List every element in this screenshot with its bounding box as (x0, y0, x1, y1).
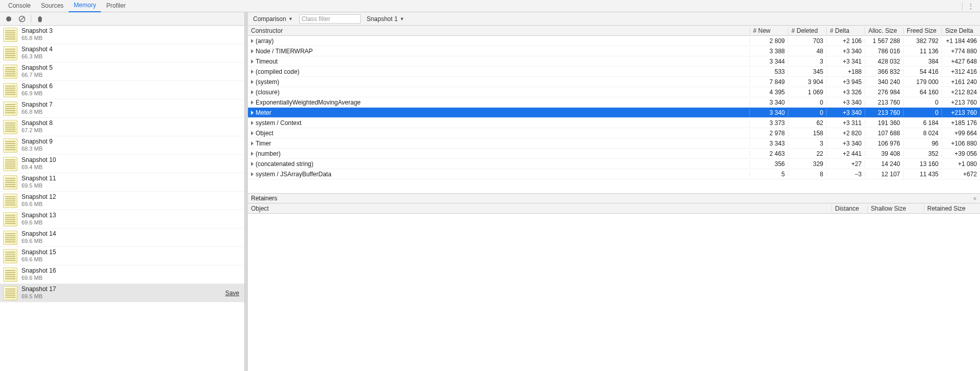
expand-icon[interactable] (251, 152, 254, 156)
snapshot-size: 69.6 MB (22, 201, 56, 208)
svg-line-2 (20, 17, 24, 20)
cell-deleted: 8 (788, 171, 826, 178)
snapshot-name: Snapshot 12 (22, 194, 56, 201)
table-row[interactable]: (number)2 46322+2 44139 408352+39 056 (248, 149, 980, 159)
table-row[interactable]: (compiled code)533345+188366 83254 416+3… (248, 67, 980, 77)
cell-size-delta: +1 184 496 (942, 37, 980, 45)
col-shallow[interactable]: Shallow Size (867, 205, 924, 212)
cell-size-delta: +99 664 (942, 130, 980, 137)
cell-constructor: (closure) (248, 89, 749, 96)
cell-freed: 382 792 (903, 37, 942, 45)
expand-icon[interactable] (251, 100, 254, 105)
table-row[interactable]: system / JSArrayBufferData58−312 10711 4… (248, 169, 980, 179)
cell-deleted: 158 (788, 130, 826, 137)
snapshot-item[interactable]: Snapshot 1669.6 MB (0, 265, 244, 284)
table-row[interactable]: system / Context3 37362+3 311191 3606 18… (248, 118, 980, 128)
retainers-panel-header[interactable]: Retainers ≡ (248, 193, 980, 203)
snapshot-item[interactable]: Snapshot 1569.6 MB (0, 247, 244, 265)
expand-icon[interactable] (251, 131, 254, 135)
expand-icon[interactable] (251, 70, 254, 74)
snapshot-item[interactable]: Snapshot 1169.5 MB (0, 173, 244, 192)
expand-icon[interactable] (251, 111, 254, 115)
table-row[interactable]: Timer3 3433+3 340106 97696+106 880 (248, 138, 980, 149)
snapshot-item[interactable]: Snapshot 1269.6 MB (0, 192, 244, 210)
col-deleted[interactable]: # Deleted (788, 27, 826, 34)
cell-delta: +3 340 (826, 140, 865, 147)
table-row[interactable]: (system)7 8493 904+3 945340 240179 000+1… (248, 77, 980, 87)
cell-deleted: 703 (788, 37, 826, 45)
snapshot-item[interactable]: Snapshot 766.8 MB (0, 99, 244, 118)
class-filter-input[interactable] (299, 14, 361, 24)
tab-memory[interactable]: Memory (69, 0, 101, 12)
snapshot-item[interactable]: Snapshot 867.2 MB (0, 118, 244, 136)
clear-button[interactable] (16, 13, 28, 25)
retainers-table-body[interactable] (248, 214, 980, 371)
expand-icon[interactable] (251, 59, 254, 64)
comparison-table-body[interactable]: (array)2 809703+2 1061 567 288382 792+1 … (248, 36, 980, 193)
col-constructor[interactable]: Constructor (248, 27, 749, 34)
col-new[interactable]: # New (749, 27, 788, 34)
table-row[interactable]: ExponentiallyWeightedMovingAverage3 3400… (248, 97, 980, 108)
cell-alloc: 191 360 (865, 119, 903, 127)
snapshot-list[interactable]: Snapshot 365.8 MBSnapshot 466.3 MBSnapsh… (0, 26, 244, 371)
tab-console[interactable]: Console (3, 0, 36, 12)
cell-delta: +3 311 (826, 119, 865, 127)
cell-deleted: 22 (788, 150, 826, 157)
expand-icon[interactable] (251, 49, 254, 53)
table-row[interactable]: (concatenated string)356329+2714 24013 1… (248, 159, 980, 169)
table-row[interactable]: Meter3 3400+3 340213 7600+213 760 (248, 108, 980, 118)
snapshot-name: Snapshot 9 (22, 138, 53, 146)
expand-icon[interactable] (251, 80, 254, 84)
delete-button[interactable] (34, 13, 46, 25)
cell-size-delta: +312 416 (942, 68, 980, 75)
cell-freed: 64 160 (903, 89, 942, 96)
divider (31, 15, 31, 23)
expand-icon[interactable] (251, 39, 254, 43)
col-object[interactable]: Object (248, 205, 831, 212)
record-button[interactable] (3, 13, 14, 25)
table-row[interactable]: Object2 978158+2 820107 6888 024+99 664 (248, 128, 980, 138)
cell-constructor: system / Context (248, 119, 749, 127)
kebab-menu-icon[interactable]: ⋮ (965, 3, 977, 10)
table-row[interactable]: Timeout3 3443+3 341428 032384+427 648 (248, 56, 980, 67)
snapshot-item[interactable]: Snapshot 466.3 MB (0, 44, 244, 63)
col-alloc-size[interactable]: Alloc. Size (865, 27, 903, 34)
snapshot-item[interactable]: Snapshot 1769.5 MBSave (0, 284, 244, 302)
tab-sources[interactable]: Sources (36, 0, 69, 12)
snapshot-item[interactable]: Snapshot 365.8 MB (0, 26, 244, 44)
snapshot-item[interactable]: Snapshot 666.9 MB (0, 81, 244, 99)
table-row[interactable]: (closure)4 3951 069+3 326276 98464 160+2… (248, 87, 980, 97)
cell-deleted: 62 (788, 119, 826, 127)
memory-content: Comparison ▼ Snapshot 1 ▼ Constructor # … (248, 12, 980, 371)
expand-icon[interactable] (251, 90, 254, 94)
col-freed-size[interactable]: Freed Size (903, 27, 942, 34)
table-row[interactable]: (array)2 809703+2 1061 567 288382 792+1 … (248, 36, 980, 46)
cell-size-delta: +427 648 (942, 58, 980, 65)
expand-icon[interactable] (251, 172, 254, 176)
cell-freed: 384 (903, 58, 942, 65)
expand-icon[interactable] (251, 121, 254, 125)
col-size-delta[interactable]: Size Delta (942, 27, 980, 34)
snapshot-item[interactable]: Snapshot 968.3 MB (0, 136, 244, 155)
col-distance[interactable]: Distance (831, 205, 867, 212)
snapshot-text: Snapshot 968.3 MB (22, 138, 53, 152)
table-row[interactable]: Node / TIMERWRAP3 38848+3 340786 01611 1… (248, 46, 980, 56)
snapshot-item[interactable]: Snapshot 566.7 MB (0, 63, 244, 81)
cell-deleted: 3 904 (788, 78, 826, 86)
snapshot-item[interactable]: Snapshot 1469.6 MB (0, 229, 244, 247)
tab-profiler[interactable]: Profiler (101, 0, 131, 12)
snapshot-item[interactable]: Snapshot 1069.4 MB (0, 155, 244, 173)
expand-icon[interactable] (251, 141, 254, 146)
col-retained[interactable]: Retained Size (924, 205, 980, 212)
col-delta[interactable]: # Delta (826, 27, 865, 34)
snapshot-text: Snapshot 1369.6 MB (22, 212, 56, 225)
expand-icon[interactable] (251, 162, 254, 166)
baseline-dropdown[interactable]: Snapshot 1 ▼ (365, 15, 407, 23)
snapshot-name: Snapshot 3 (22, 28, 53, 35)
snapshot-item[interactable]: Snapshot 1369.6 MB (0, 210, 244, 229)
save-link[interactable]: Save (225, 290, 241, 297)
cell-constructor: Timer (248, 140, 749, 147)
cell-delta: −3 (826, 171, 865, 178)
cell-delta: +3 326 (826, 89, 865, 96)
view-mode-dropdown[interactable]: Comparison ▼ (251, 15, 295, 23)
